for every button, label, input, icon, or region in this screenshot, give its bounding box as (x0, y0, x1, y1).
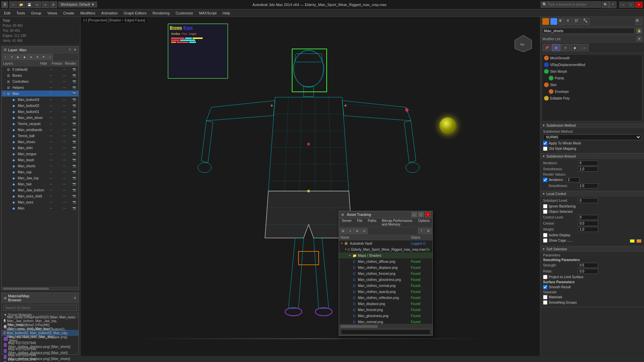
layer-item-man-wristbands[interactable]: ◆ Man_wristbands — — 📷 (2, 127, 78, 133)
layer-item-tennis-racquet[interactable]: ◆ Tennis_racquet — — 📷 (2, 121, 78, 127)
mod-skinmorph[interactable]: Skin Morph (542, 68, 642, 75)
stack-icon-pin[interactable]: 📌 (542, 44, 551, 51)
crease-input[interactable] (578, 221, 598, 226)
layer-item-man-jaw-top[interactable]: ◆ Man_Jaw_top — — 📷 (2, 175, 78, 181)
at-tb-btn6[interactable]: ⚙ (425, 228, 432, 234)
subdivision-header[interactable]: ▼ Subdivision Method (540, 123, 644, 128)
object-name-field[interactable] (542, 28, 635, 34)
at-menu-paths[interactable]: Paths (365, 218, 379, 227)
menu-create[interactable]: Create (60, 10, 77, 16)
menu-customize[interactable]: Customize (173, 10, 196, 16)
menu-group[interactable]: Group (29, 10, 44, 16)
subobject-input[interactable] (578, 198, 598, 203)
at-close-btn[interactable]: ✕ (425, 212, 430, 217)
save-btn[interactable]: 💾 (25, 1, 33, 8)
at-item-reflection[interactable]: 🗋 Man_clothes_reflection.png Found (339, 295, 432, 301)
at-scrollbar[interactable] (339, 324, 432, 328)
smoothness-input[interactable] (578, 167, 598, 172)
rp-color-btn2[interactable] (550, 18, 557, 25)
lt-add-btn[interactable]: ▶ (15, 54, 21, 60)
at-tb-btn1[interactable]: ⊞ (340, 228, 346, 234)
layer-item-man-shirt[interactable]: ◆ Man_shirt — — 📷 (2, 145, 78, 151)
stack-icon-modifier[interactable]: ⊕ (552, 44, 560, 51)
at-item-mand[interactable]: 🗋 Man_displace.png Found (339, 301, 432, 307)
lt-freeze-btn[interactable]: ❄ (34, 54, 40, 60)
layer-item-man-button03[interactable]: ◆ Man_button03 — — 📷 (2, 97, 78, 103)
material-item-map5[interactable]: Map #2070297948 (Man_clothes_displace.pn… (2, 360, 78, 362)
material-search-input[interactable] (3, 305, 77, 311)
at-menu-server[interactable]: Server (339, 218, 354, 227)
at-item-manf[interactable]: 🗋 Man_fresnel.png Found (339, 307, 432, 313)
mod-meshsmooth[interactable]: MeshSmooth (542, 55, 642, 61)
at-minimize-btn[interactable]: — (412, 212, 417, 217)
menu-tools[interactable]: Tools (14, 10, 28, 16)
modifier-list-expand-btn[interactable]: ▼ (637, 37, 642, 41)
layer-item-man-shorts[interactable]: ◆ Man_shorts — — 📷 (2, 163, 78, 169)
rp-icon-btn1[interactable]: ⊕ (558, 18, 565, 25)
new-btn[interactable]: □ (9, 1, 17, 8)
strength-input[interactable] (578, 263, 598, 268)
mod-skin[interactable]: Skin (542, 81, 642, 88)
old-style-mapping-input[interactable] (543, 146, 547, 151)
layer-item-man-cap[interactable]: ◆ Man_cap — — 📷 (2, 169, 78, 175)
lt-select-btn[interactable]: ◆ (21, 54, 28, 60)
at-item-fresnel[interactable]: 🗋 Man_clothes_fresnel.png Found (339, 270, 432, 277)
menu-edit[interactable]: Edit (1, 10, 13, 16)
layers-help-icon[interactable]: ? (69, 48, 71, 52)
mod-envelope[interactable]: Envelope (542, 88, 642, 95)
close-btn[interactable]: ✕ (635, 2, 643, 8)
minimize-btn[interactable]: — (619, 2, 627, 8)
iterations-input[interactable] (578, 161, 598, 166)
materials-input[interactable] (543, 295, 547, 299)
material-close-icon[interactable]: ✕ (73, 296, 76, 300)
layer-item-man-root[interactable]: ◆ Man — — 📷 (2, 205, 78, 211)
menu-help[interactable]: Help (220, 10, 233, 16)
apply-whole-mesh-input[interactable] (543, 141, 547, 145)
lt-merge-btn[interactable]: ⊕ (28, 54, 34, 60)
at-item-normal[interactable]: 🗋 Man_clothes_normal.png Found (339, 283, 432, 289)
layers-close-icon[interactable]: ✕ (73, 48, 76, 52)
maximize-btn[interactable]: □ (627, 2, 635, 8)
sub-amount-header[interactable]: ▼ Subdivision Amount (540, 154, 644, 159)
at-path-input[interactable] (341, 329, 430, 335)
menu-maxscript[interactable]: MAXScript (197, 10, 219, 16)
menu-modifiers[interactable]: Modifiers (77, 10, 98, 16)
layer-item-man-button01[interactable]: ◆ Man_button01 — — 📷 (2, 109, 78, 115)
layer-item-man-jaw-bottom[interactable]: ◆ Man_Jaw_bottom — — 📷 (2, 187, 78, 193)
mod-editablepoly[interactable]: Editable Poly (542, 95, 642, 102)
at-menu-bitmap[interactable]: Bitmap Performance and Memory (379, 218, 415, 227)
rp-icon-btn2[interactable]: ≡ (567, 18, 573, 25)
at-item-opacity[interactable]: 🗋 Man_clothes_opacity.png Found (339, 289, 432, 295)
soft-selection-header[interactable]: ▼ Soft Selection (540, 246, 644, 252)
at-item-file[interactable]: ▼ 🗋 Elderly_Man_Sport_Wear_Rigged_max_vr… (339, 246, 432, 252)
layer-item-man-hair[interactable]: ◆ Man_hair — — 📷 (2, 181, 78, 187)
menu-graph-editors[interactable]: Graph Editors (121, 10, 149, 16)
at-item-mann[interactable]: 🗋 Man_normal.png Found (339, 319, 432, 324)
layer-item-man-eyes-shell[interactable]: ◆ Man_eyes_shell — — 📷 (2, 193, 78, 199)
mod-points[interactable]: Points (542, 75, 642, 81)
at-item-maps-folder[interactable]: ▼ 📁 Maps / Shaders (339, 252, 432, 258)
smooth-result-input[interactable] (543, 285, 547, 289)
show-cage-color1[interactable] (630, 239, 635, 243)
layer-item-tennis-ball[interactable]: ◆ Tennis_ball — — 📷 (2, 133, 78, 139)
smoothing-groups-input[interactable] (543, 300, 547, 305)
object-selected-input[interactable] (543, 209, 547, 214)
at-item-mang[interactable]: 🗋 Man_glossiness.png Found (339, 313, 432, 319)
layer-item-man-shoes[interactable]: ◆ Man_shoes — — 📷 (2, 139, 78, 145)
stack-icon-vertices[interactable]: ◆ (571, 44, 579, 51)
layer-item-bones[interactable]: ⊞ Bones — — 📷 (2, 72, 78, 78)
lt-hide-btn[interactable]: 👁 (41, 54, 47, 60)
at-menu-file[interactable]: File (354, 218, 365, 227)
show-cage-input[interactable] (543, 238, 547, 243)
layer-item-man-button02[interactable]: ◆ Man_button02 — — 📷 (2, 103, 78, 109)
rp-color-btn1[interactable] (542, 18, 549, 25)
rp-lock-btn[interactable]: 🔒 (636, 28, 642, 34)
open-btn[interactable]: 📂 (17, 1, 25, 8)
project-limit-input[interactable] (543, 275, 547, 279)
render-iterations-check[interactable] (543, 178, 547, 182)
weight-input[interactable] (578, 227, 598, 232)
layer-item-helpers[interactable]: ⊞ Helpers — — 📷 (2, 84, 78, 90)
mod-vraydisplace[interactable]: VRayDisplacementMod (542, 61, 642, 68)
at-tb-btn3[interactable]: ⊕ (354, 228, 361, 234)
at-item-glossiness[interactable]: 🗋 Man_clothes_glossiness.png Found (339, 277, 432, 283)
